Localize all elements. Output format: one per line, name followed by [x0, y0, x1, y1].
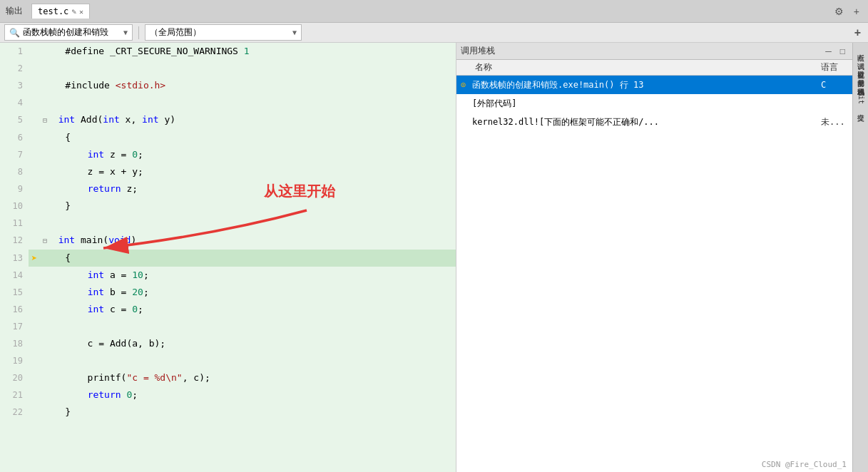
settings-icon-btn[interactable]: ⚙: [832, 4, 847, 19]
line-number: 13: [0, 250, 29, 267]
code-line-21: 21 return 0;: [0, 386, 456, 404]
code-line-5: 5⊟ int Add(int x, int y): [0, 111, 456, 129]
line-number: 6: [0, 129, 29, 146]
callstack-header: 调用堆栈 ─ □ ✕: [456, 43, 868, 60]
line-content: int b = 20;: [40, 284, 456, 301]
callstack-row-2[interactable]: kernel32.dll![下面的框架可能不正确和/...未...: [456, 113, 868, 131]
callstack-restore-btn[interactable]: □: [837, 45, 848, 58]
row-arrow-icon: ⊙: [461, 80, 472, 90]
code-line-8: 8 z = x + y;: [0, 163, 456, 180]
toolbar-add-btn[interactable]: +: [852, 25, 864, 41]
line-number: 20: [0, 369, 29, 386]
line-content: return z;: [40, 180, 456, 197]
line-content: return 0;: [40, 386, 456, 404]
code-line-12: 12⊟ int main(void): [0, 232, 456, 250]
line-content: }: [40, 197, 456, 215]
far-right-sidebar: 断点 调试 监视窗口 局部变量 调用堆栈 Git 提交: [852, 43, 868, 472]
sidebar-label-git[interactable]: Git 提交: [854, 87, 867, 113]
callstack-row-1[interactable]: [外部代码]: [456, 94, 868, 113]
line-number: 21: [0, 386, 29, 404]
code-line-22: 22 }: [0, 404, 456, 421]
toolbar-row: 🔍 函数栈帧的创建和销毁 ▼ （全局范围） ▼ +: [0, 23, 868, 43]
code-line-11: 11: [0, 215, 456, 232]
callstack-minimize-btn[interactable]: ─: [822, 45, 834, 58]
output-label: 输出: [6, 5, 23, 17]
callstack-rows: ⊙函数栈帧的创建和销毁.exe!main() 行 13C[外部代码]kernel…: [456, 76, 868, 131]
top-bar: 输出 test.c ✎ ✕ ⚙ +: [0, 0, 868, 23]
callstack-col-headers: 名称 语言: [456, 60, 868, 76]
code-line-19: 19: [0, 352, 456, 369]
code-line-18: 18 c = Add(a, b);: [0, 335, 456, 352]
function-dropdown-icon: 🔍: [9, 28, 20, 38]
code-line-6: 6 {: [0, 129, 456, 146]
code-line-15: 15 int b = 20;: [0, 284, 456, 301]
line-number: 2: [0, 60, 29, 77]
line-content: int c = 0;: [40, 301, 456, 318]
current-line-marker: ➤: [31, 250, 37, 267]
active-tab[interactable]: test.c ✎ ✕: [31, 4, 90, 19]
callstack-title: 调用堆栈: [461, 45, 822, 57]
col-name-header: 名称: [461, 61, 821, 73]
line-content: printf("c = %d\n", c);: [40, 369, 456, 386]
line-number: 16: [0, 301, 29, 318]
line-number: 5: [0, 111, 29, 128]
scope-dropdown-arrow: ▼: [292, 29, 297, 36]
line-content: c = Add(a, b);: [40, 335, 456, 352]
code-editor[interactable]: 1 #define _CRT_SECURE_NO_WARNINGS 123 #i…: [0, 43, 456, 472]
line-gutter: ➤: [29, 250, 40, 267]
code-line-4: 4: [0, 94, 456, 111]
line-content: z = x + y;: [40, 163, 456, 180]
code-line-3: 3 #include <stdio.h>: [0, 77, 456, 94]
code-line-17: 17: [0, 318, 456, 335]
line-number: 15: [0, 284, 29, 301]
function-dropdown[interactable]: 🔍 函数栈帧的创建和销毁 ▼: [4, 24, 133, 41]
line-number: 22: [0, 404, 29, 421]
sidebar-label-debug[interactable]: 调试: [854, 53, 867, 61]
line-number: 17: [0, 318, 29, 335]
function-dropdown-arrow: ▼: [123, 29, 128, 36]
right-panel: 调用堆栈 ─ □ ✕ 名称 语言 ⊙函数栈帧的创建和销毁.exe!main() …: [456, 43, 868, 472]
tab-name: test.c: [38, 6, 68, 16]
line-number: 12: [0, 232, 29, 249]
code-line-10: 10 }: [0, 197, 456, 215]
tab-close-btn[interactable]: ✕: [79, 8, 83, 16]
function-dropdown-text: 函数栈帧的创建和销毁: [23, 26, 108, 39]
line-content: {: [40, 129, 456, 146]
code-line-9: 9 return z;: [0, 180, 456, 197]
line-content: #include <stdio.h>: [40, 77, 456, 94]
line-number: 3: [0, 77, 29, 94]
sidebar-label-locals[interactable]: 局部变量: [854, 70, 867, 78]
code-line-2: 2: [0, 60, 456, 77]
main-area: 1 #define _CRT_SECURE_NO_WARNINGS 123 #i…: [0, 43, 868, 472]
line-content: {: [40, 250, 456, 267]
callstack-row-0[interactable]: ⊙函数栈帧的创建和销毁.exe!main() 行 13C: [456, 76, 868, 94]
line-number: 4: [0, 94, 29, 111]
add-icon-btn[interactable]: +: [851, 4, 862, 19]
main-window: 输出 test.c ✎ ✕ ⚙ + 🔍 函数栈帧的创建和销毁 ▼ （全局范围） …: [0, 0, 868, 472]
top-bar-right: ⚙ +: [832, 4, 862, 19]
tab-pin-icon: ✎: [71, 7, 76, 16]
code-line-20: 20 printf("c = %d\n", c);: [0, 369, 456, 386]
code-line-14: 14 int a = 10;: [0, 267, 456, 284]
code-line-1: 1 #define _CRT_SECURE_NO_WARNINGS 1: [0, 43, 456, 60]
row-name: 函数栈帧的创建和销毁.exe!main() 行 13: [472, 79, 821, 91]
code-line-13: 13➤ {: [0, 250, 456, 267]
scope-dropdown[interactable]: （全局范围） ▼: [145, 24, 302, 41]
scope-dropdown-text: （全局范围）: [150, 26, 201, 39]
line-content: ⊟ int Add(int x, int y): [40, 111, 456, 129]
line-number: 19: [0, 352, 29, 369]
row-name: kernel32.dll![下面的框架可能不正确和/...: [472, 116, 821, 128]
line-number: 18: [0, 335, 29, 352]
sidebar-label-watch2[interactable]: 监视窗口: [854, 61, 867, 70]
line-number: 11: [0, 215, 29, 232]
toolbar-right-icons: +: [852, 25, 864, 41]
line-content: int a = 10;: [40, 267, 456, 284]
code-line-16: 16 int c = 0;: [0, 301, 456, 318]
line-number: 9: [0, 180, 29, 197]
sidebar-label-callstack[interactable]: 调用堆栈: [854, 78, 867, 87]
code-line-7: 7 int z = 0;: [0, 146, 456, 163]
watermark: CSDN @Fire_Cloud_1: [762, 460, 847, 469]
line-number: 7: [0, 146, 29, 163]
sidebar-label-watch[interactable]: 断点: [854, 44, 867, 53]
line-content: ⊟ int main(void): [40, 232, 456, 250]
